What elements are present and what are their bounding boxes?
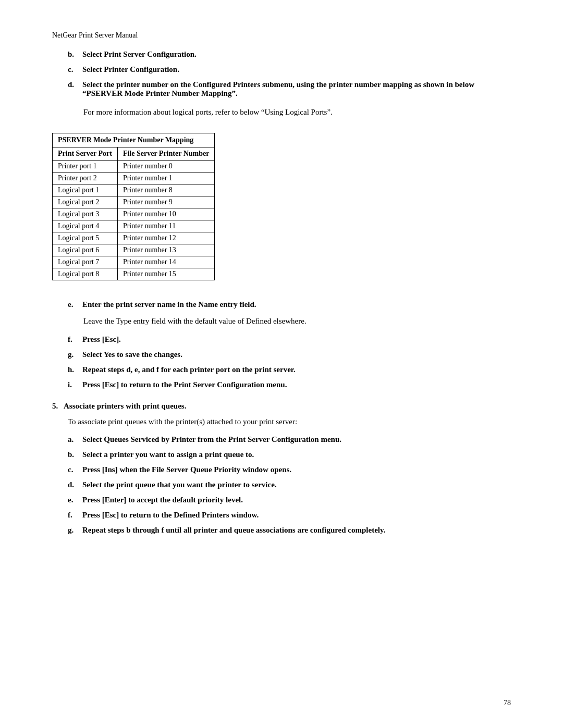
step-d-label: d.	[68, 80, 82, 89]
step5-intro: To associate print queues with the print…	[68, 416, 511, 428]
step5-d: d. Select the print queue that you want …	[68, 480, 511, 489]
cell-port: Logical port 7	[53, 256, 118, 268]
step-f: f. Press [Esc].	[68, 335, 511, 344]
cell-number: Printer number 13	[117, 244, 214, 256]
step-e-paragraph: Leave the Type entry field with the defa…	[83, 315, 511, 327]
step5-d-label: d.	[68, 480, 82, 489]
step-b-label: b.	[68, 50, 82, 59]
table-row: Logical port 4 Printer number 11	[53, 220, 215, 232]
step-e: e. Enter the print server name in the Na…	[68, 300, 511, 309]
step5-title: Associate printers with print queues.	[64, 402, 186, 411]
cell-port: Printer port 2	[53, 172, 118, 184]
step5-f-text: Press [Esc] to return to the Defined Pri…	[82, 511, 259, 520]
step5-intro-text: To associate print queues with the print…	[68, 417, 297, 426]
step5-header: 5. Associate printers with print queues.	[52, 402, 511, 411]
cell-port: Logical port 3	[53, 208, 118, 220]
step5-f: f. Press [Esc] to return to the Defined …	[68, 511, 511, 520]
table-row: Logical port 8 Printer number 15	[53, 268, 215, 280]
step5-e-text: Press [Enter] to accept the default prio…	[82, 496, 243, 504]
step-b-text: Select Print Server Configuration.	[82, 50, 197, 59]
col2-header: File Server Printer Number	[117, 147, 214, 161]
header-title: NetGear Print Server Manual	[52, 31, 138, 39]
table-row: Printer port 1 Printer number 0	[53, 161, 215, 172]
step-d-text: Select the printer number on the Configu…	[82, 80, 511, 98]
step5-a-label: a.	[68, 435, 82, 444]
cell-number: Printer number 1	[117, 172, 214, 184]
step-d: d. Select the printer number on the Conf…	[68, 80, 511, 98]
step-c-text: Select Printer Configuration.	[82, 65, 179, 74]
cell-port: Logical port 8	[53, 268, 118, 280]
step-e-text: Enter the print server name in the Name …	[82, 300, 256, 309]
cell-port: Printer port 1	[53, 161, 118, 172]
step-h-text: Repeat steps d, e, and f for each printe…	[82, 365, 296, 374]
cell-port: Logical port 1	[53, 184, 118, 196]
table-row: Logical port 1 Printer number 8	[53, 184, 215, 196]
step-c-label: c.	[68, 65, 82, 74]
info-paragraph-text: For more information about logical ports…	[83, 108, 333, 116]
page-number: 78	[504, 699, 511, 707]
step5-b-text: Select a printer you want to assign a pr…	[82, 450, 254, 459]
table-title: PSERVER Mode Printer Number Mapping	[53, 133, 215, 147]
step-g-label: g.	[68, 350, 82, 359]
table-row: Printer port 2 Printer number 1	[53, 172, 215, 184]
step5-e-label: e.	[68, 496, 82, 504]
table-row: Logical port 3 Printer number 10	[53, 208, 215, 220]
cell-number: Printer number 12	[117, 232, 214, 244]
cell-number: Printer number 14	[117, 256, 214, 268]
step5-d-text: Select the print queue that you want the…	[82, 480, 277, 489]
cell-number: Printer number 10	[117, 208, 214, 220]
step5-g-text: Repeat steps b through f until all print…	[82, 526, 385, 535]
step5-e: e. Press [Enter] to accept the default p…	[68, 496, 511, 504]
step5-b: b. Select a printer you want to assign a…	[68, 450, 511, 459]
table-row: Logical port 6 Printer number 13	[53, 244, 215, 256]
cell-port: Logical port 2	[53, 196, 118, 208]
step-b: b. Select Print Server Configuration.	[68, 50, 511, 59]
step-e-label: e.	[68, 300, 82, 309]
table-row: Logical port 5 Printer number 12	[53, 232, 215, 244]
mapping-table: PSERVER Mode Printer Number Mapping Prin…	[52, 133, 215, 280]
page-header: NetGear Print Server Manual	[52, 31, 511, 40]
step-e-paragraph-text: Leave the Type entry field with the defa…	[83, 317, 307, 325]
step-f-label: f.	[68, 335, 82, 344]
step5-number: 5.	[52, 402, 64, 411]
table-row: Logical port 7 Printer number 14	[53, 256, 215, 268]
info-paragraph: For more information about logical ports…	[83, 106, 511, 118]
step-i: i. Press [Esc] to return to the Print Se…	[68, 380, 511, 389]
cell-number: Printer number 0	[117, 161, 214, 172]
step-g-text: Select Yes to save the changes.	[82, 350, 182, 359]
mapping-table-container: PSERVER Mode Printer Number Mapping Prin…	[52, 133, 215, 280]
step5-c-text: Press [Ins] when the File Server Queue P…	[82, 465, 291, 474]
step5-f-label: f.	[68, 511, 82, 520]
step-i-label: i.	[68, 380, 82, 389]
step-g: g. Select Yes to save the changes.	[68, 350, 511, 359]
step5-a-text: Select Queues Serviced by Printer from t…	[82, 435, 341, 444]
cell-number: Printer number 15	[117, 268, 214, 280]
step5-a: a. Select Queues Serviced by Printer fro…	[68, 435, 511, 444]
step-h-label: h.	[68, 365, 82, 374]
step-h: h. Repeat steps d, e, and f for each pri…	[68, 365, 511, 374]
cell-number: Printer number 8	[117, 184, 214, 196]
step-i-text: Press [Esc] to return to the Print Serve…	[82, 380, 287, 389]
cell-port: Logical port 4	[53, 220, 118, 232]
table-row: Logical port 2 Printer number 9	[53, 196, 215, 208]
step-f-text: Press [Esc].	[82, 335, 121, 344]
step-c: c. Select Printer Configuration.	[68, 65, 511, 74]
step5-b-label: b.	[68, 450, 82, 459]
step5-g: g. Repeat steps b through f until all pr…	[68, 526, 511, 535]
step5-g-label: g.	[68, 526, 82, 535]
cell-number: Printer number 11	[117, 220, 214, 232]
step5-c-label: c.	[68, 465, 82, 474]
cell-port: Logical port 5	[53, 232, 118, 244]
step5-c: c. Press [Ins] when the File Server Queu…	[68, 465, 511, 474]
cell-port: Logical port 6	[53, 244, 118, 256]
col1-header: Print Server Port	[53, 147, 118, 161]
cell-number: Printer number 9	[117, 196, 214, 208]
